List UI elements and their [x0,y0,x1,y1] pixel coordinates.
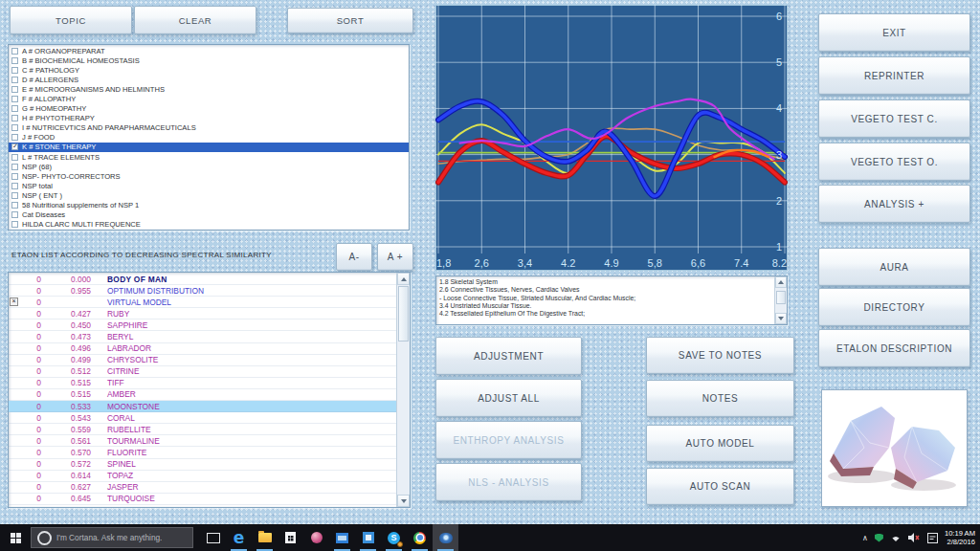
category-item-i-nutricevtics-and-parapharmaceuticals[interactable]: I # NUTRICEVTICS AND PARAPHARMACEUTICALS [9,123,409,133]
etalon-row-fluorite[interactable]: 00.570FLUORITE [9,447,397,458]
checkbox-icon[interactable] [11,86,18,93]
checkbox-icon[interactable] [11,164,18,170]
category-item-e-microorganisms-and-helminths[interactable]: E # MICROORGANISMS AND HELMINTHS [9,84,409,94]
etalon-row-ruby[interactable]: 00.427RUBY [9,308,397,320]
file-explorer-icon[interactable] [252,524,278,551]
mail-icon[interactable] [329,524,355,551]
etalon-row-haematite[interactable]: 00.646HAEMATITE [9,505,397,508]
etalon-row-tourmaline[interactable]: 00.561TOURMALINE [9,435,397,447]
category-item-j-food[interactable]: J # FOOD [9,133,409,143]
reprinter-button[interactable]: REPRINTER [818,56,970,95]
etalon-row-amber[interactable]: 00.515AMBER [9,389,397,401]
exit-button[interactable]: EXIT [818,13,970,52]
etalon-row-spinel[interactable]: 00.572SPINEL [9,459,397,471]
etalon-row-body-of-man[interactable]: 00.000BODY OF MAN [9,274,397,285]
volume-muted-icon[interactable] [908,533,921,542]
etalon-row-topaz[interactable]: 00.614TOPAZ [9,471,397,482]
category-item-c-pathology[interactable]: C # PATHOLOGY [9,65,409,75]
scroll-down-icon[interactable] [775,313,787,324]
category-item-nsp-total[interactable]: NSP total [9,181,409,190]
app-pink-icon[interactable] [303,524,329,551]
model-marker-icon[interactable]: × [10,298,18,306]
docs-icon[interactable] [355,524,381,551]
etalon-row-labrador[interactable]: 00.496LABRADOR [9,343,397,355]
notes-button[interactable]: NOTES [646,380,794,417]
start-button[interactable] [0,524,31,551]
etalon-row-moonstone[interactable]: 00.533MOONSTONE [9,401,397,412]
topic-button[interactable]: TOPIC [10,6,132,34]
checkbox-icon[interactable] [11,96,18,102]
category-item-k-stone-therapy[interactable]: K # STONE THERAPY [9,143,409,152]
legend-scrollbar[interactable] [774,276,787,324]
category-item-hilda-clarc-multi-frequence[interactable]: HILDA CLARC MULTI FREQUENCE [9,220,409,230]
checkbox-icon[interactable] [11,143,18,150]
task-view-icon[interactable] [200,524,226,551]
etalon-row-chrysolite[interactable]: 00.499CHRYSOLITE [9,355,397,366]
checkbox-icon[interactable] [11,77,18,83]
analysis-button[interactable]: ANALYSIS + [818,185,970,223]
scrollbar-thumb[interactable] [398,286,409,342]
category-item-d-allergens[interactable]: D # ALLERGENS [9,75,409,84]
etalon-row-virtual-model[interactable]: ×0VIRTUAL MODEL [9,297,397,308]
category-item-b-biochemical-homeostasis[interactable]: B # BIOCHEMICAL HOMEOSTASIS [9,55,409,65]
scroll-up-icon[interactable] [775,276,787,288]
checkbox-icon[interactable] [11,211,18,218]
sort-button[interactable]: SORT [287,8,413,33]
vegeto-test-c-button[interactable]: VEGETO TEST C. [818,99,970,138]
etalon-description-button[interactable]: ETALON DESCRIPTION [818,329,970,367]
checkbox-icon[interactable] [11,173,18,180]
etalon-row-beryl[interactable]: 00.473BERYL [9,331,397,342]
category-item-g-homeopathy[interactable]: G # HOMEOPATHY [9,104,409,114]
scrollbar-thumb[interactable] [776,291,786,304]
directory-button[interactable]: DIRECTORY [818,288,970,326]
checkbox-icon[interactable] [11,124,18,131]
skype-icon[interactable]: S [381,524,407,551]
taskbar-clock[interactable]: 10:19 AM 2/8/2016 [945,529,975,546]
category-item-nsp-ent[interactable]: NSP ( ENT ) [9,190,409,200]
aura-button[interactable]: AURA [818,248,970,286]
auto-scan-button[interactable]: AUTO SCAN [646,468,794,505]
category-item-l-trace-elements[interactable]: L # TRACE ELEMENTS [9,152,409,162]
checkbox-icon[interactable] [11,202,18,209]
chrome-icon[interactable] [407,524,433,551]
category-item-a-organopreparat[interactable]: A # ORGANOPREPARAT [9,46,409,55]
checkbox-icon[interactable] [11,57,18,64]
edge-icon[interactable]: e [226,524,252,551]
tissue-legend-box[interactable]: 1.8 Skeletal System2.6 Connective Tissue… [435,276,788,325]
category-item-58-nutritional-supplements-of-nsp-1[interactable]: 58 Nutritional supplements of NSP 1 [9,201,409,210]
etalon-row-sapphire[interactable]: 00.450SAPPHIRE [9,320,397,331]
defender-icon[interactable] [875,534,883,542]
etalon-row-coral[interactable]: 00.543CORAL [9,412,397,424]
category-item-nsp-phyto-correctors[interactable]: NSP- PHYTO-CORRECTORS [9,171,409,181]
checkbox-icon[interactable] [11,115,18,121]
nls-app-icon[interactable] [433,524,458,551]
scroll-down-icon[interactable] [397,495,410,507]
etalon-row-citrine[interactable]: 00.512CITRINE [9,366,397,378]
checkbox-icon[interactable] [11,48,18,55]
etalon-row-tiff[interactable]: 00.515TIFF [9,378,397,389]
checkbox-icon[interactable] [11,67,18,74]
etalon-row-jasper[interactable]: 00.627JASPER [9,482,397,494]
font-larger-button[interactable]: A + [377,243,413,271]
checkbox-icon[interactable] [11,192,18,199]
category-item-cat-diseases[interactable]: Cat Diseases [9,210,409,220]
scroll-up-icon[interactable] [397,273,410,285]
clear-button[interactable]: CLEAR [134,6,256,34]
adjustment-button[interactable]: ADJUSTMENT [435,337,582,375]
action-center-icon[interactable] [927,533,938,543]
checkbox-icon[interactable] [11,183,18,189]
category-item-h-phytotherapy[interactable]: H # PHYTOTHERAPY [9,114,409,123]
nls-analysis-button[interactable]: NLS - ANALYSIS [435,463,582,501]
enthropy-analysis-button[interactable]: ENTHROPY ANALYSIS [435,421,582,459]
category-listbox[interactable]: A # ORGANOPREPARATB # BIOCHEMICAL HOMEOS… [8,44,410,231]
etalon-scrollbar[interactable] [396,273,410,507]
etalon-row-rubellite[interactable]: 00.559RUBELLITE [9,424,397,435]
checkbox-icon[interactable] [11,221,18,228]
checkbox-icon[interactable] [11,105,18,112]
adjust-all-button[interactable]: ADJUST ALL [435,379,582,417]
checkbox-icon[interactable] [11,154,18,161]
cortana-search-input[interactable]: I'm Cortana. Ask me anything. [31,527,193,548]
save-to-notes-button[interactable]: SAVE TO NOTES [646,337,794,374]
etalon-row-optimum-distribution[interactable]: 00.955OPTIMUM DISTRIBUTION [9,285,397,297]
vegeto-test-o-button[interactable]: VEGETO TEST O. [818,143,970,181]
